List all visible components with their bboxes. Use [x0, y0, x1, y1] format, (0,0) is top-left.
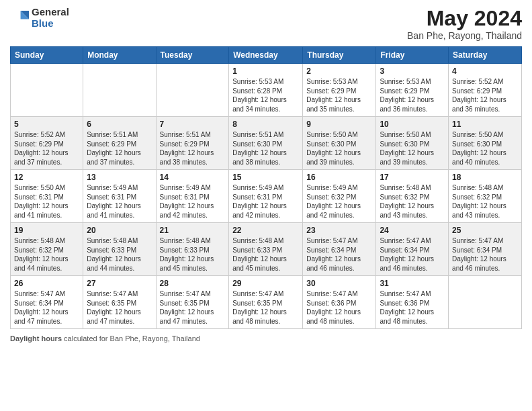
day-info: Sunrise: 5:47 AMSunset: 6:34 PMDaylight:…: [306, 236, 372, 273]
day-number: 31: [380, 279, 445, 288]
day-info: Sunrise: 5:49 AMSunset: 6:32 PMDaylight:…: [306, 183, 372, 220]
table-row: 30Sunrise: 5:47 AMSunset: 6:36 PMDayligh…: [303, 276, 376, 329]
table-row: 11Sunrise: 5:50 AMSunset: 6:30 PMDayligh…: [449, 117, 522, 170]
day-info: Sunrise: 5:50 AMSunset: 6:30 PMDaylight:…: [306, 130, 372, 167]
footer-label: Daylight hours: [10, 334, 62, 342]
day-number: 6: [87, 120, 152, 129]
table-row: 8Sunrise: 5:51 AMSunset: 6:30 PMDaylight…: [229, 117, 303, 170]
day-number: 14: [160, 173, 226, 182]
day-number: 3: [380, 66, 445, 76]
day-number: 2: [306, 66, 372, 76]
day-info: Sunrise: 5:47 AMSunset: 6:36 PMDaylight:…: [306, 289, 372, 326]
logo: General Blue: [10, 7, 69, 29]
table-row: [449, 276, 522, 329]
footer-note: Daylight hours calculated for Ban Phe, R…: [10, 334, 522, 342]
calendar: Sunday Monday Tuesday Wednesday Thursday…: [10, 46, 522, 329]
table-row: 17Sunrise: 5:48 AMSunset: 6:32 PMDayligh…: [376, 170, 449, 223]
table-row: 7Sunrise: 5:51 AMSunset: 6:29 PMDaylight…: [156, 117, 229, 170]
day-info: Sunrise: 5:47 AMSunset: 6:36 PMDaylight:…: [380, 289, 445, 326]
day-info: Sunrise: 5:51 AMSunset: 6:30 PMDaylight:…: [232, 130, 299, 167]
table-row: 23Sunrise: 5:47 AMSunset: 6:34 PMDayligh…: [303, 223, 376, 276]
day-info: Sunrise: 5:53 AMSunset: 6:28 PMDaylight:…: [232, 77, 299, 113]
col-thursday: Thursday: [303, 47, 376, 64]
table-row: 20Sunrise: 5:48 AMSunset: 6:33 PMDayligh…: [83, 223, 156, 276]
table-row: 13Sunrise: 5:49 AMSunset: 6:31 PMDayligh…: [83, 170, 156, 223]
day-number: 20: [87, 226, 152, 235]
day-number: 29: [232, 279, 299, 288]
day-number: 7: [160, 120, 226, 129]
table-row: 4Sunrise: 5:52 AMSunset: 6:29 PMDaylight…: [449, 64, 522, 117]
day-number: 23: [306, 226, 372, 235]
table-row: 10Sunrise: 5:50 AMSunset: 6:30 PMDayligh…: [376, 117, 449, 170]
table-row: 5Sunrise: 5:52 AMSunset: 6:29 PMDaylight…: [11, 117, 83, 170]
day-info: Sunrise: 5:49 AMSunset: 6:31 PMDaylight:…: [160, 183, 226, 220]
day-number: 26: [14, 279, 79, 288]
logo-text: General Blue: [32, 7, 69, 29]
day-info: Sunrise: 5:50 AMSunset: 6:30 PMDaylight:…: [380, 130, 445, 167]
table-row: 18Sunrise: 5:48 AMSunset: 6:32 PMDayligh…: [449, 170, 522, 223]
day-info: Sunrise: 5:47 AMSunset: 6:34 PMDaylight:…: [452, 236, 518, 273]
day-info: Sunrise: 5:48 AMSunset: 6:32 PMDaylight:…: [380, 183, 445, 220]
day-number: 19: [14, 226, 79, 235]
col-monday: Monday: [83, 47, 156, 64]
day-number: 18: [452, 173, 518, 182]
day-number: 8: [232, 120, 299, 129]
day-info: Sunrise: 5:47 AMSunset: 6:35 PMDaylight:…: [232, 289, 299, 326]
day-info: Sunrise: 5:52 AMSunset: 6:29 PMDaylight:…: [452, 77, 518, 113]
header: General Blue May 2024 Ban Phe, Rayong, T…: [10, 7, 522, 41]
day-info: Sunrise: 5:50 AMSunset: 6:31 PMDaylight:…: [14, 183, 79, 220]
day-number: 24: [380, 226, 445, 235]
day-number: 30: [306, 279, 372, 288]
day-number: 22: [232, 226, 299, 235]
table-row: 28Sunrise: 5:47 AMSunset: 6:35 PMDayligh…: [156, 276, 229, 329]
day-number: 5: [14, 120, 79, 129]
logo-icon: [10, 9, 29, 28]
table-row: 9Sunrise: 5:50 AMSunset: 6:30 PMDaylight…: [303, 117, 376, 170]
day-number: 16: [306, 173, 372, 182]
day-info: Sunrise: 5:49 AMSunset: 6:31 PMDaylight:…: [87, 183, 152, 220]
day-info: Sunrise: 5:49 AMSunset: 6:31 PMDaylight:…: [232, 183, 299, 220]
title-month: May 2024: [407, 7, 522, 30]
table-row: 1Sunrise: 5:53 AMSunset: 6:28 PMDaylight…: [229, 64, 303, 117]
day-number: 27: [87, 279, 152, 288]
table-row: 2Sunrise: 5:53 AMSunset: 6:29 PMDaylight…: [303, 64, 376, 117]
day-info: Sunrise: 5:47 AMSunset: 6:35 PMDaylight:…: [160, 289, 226, 326]
table-row: [83, 64, 156, 117]
table-row: 19Sunrise: 5:48 AMSunset: 6:32 PMDayligh…: [11, 223, 83, 276]
day-info: Sunrise: 5:48 AMSunset: 6:33 PMDaylight:…: [160, 236, 226, 273]
table-row: [156, 64, 229, 117]
table-row: 24Sunrise: 5:47 AMSunset: 6:34 PMDayligh…: [376, 223, 449, 276]
table-row: 31Sunrise: 5:47 AMSunset: 6:36 PMDayligh…: [376, 276, 449, 329]
day-number: 9: [306, 120, 372, 129]
day-number: 11: [452, 120, 518, 129]
table-row: 25Sunrise: 5:47 AMSunset: 6:34 PMDayligh…: [449, 223, 522, 276]
day-info: Sunrise: 5:52 AMSunset: 6:29 PMDaylight:…: [14, 130, 79, 167]
calendar-header-row: Sunday Monday Tuesday Wednesday Thursday…: [11, 47, 522, 64]
table-row: 6Sunrise: 5:51 AMSunset: 6:29 PMDaylight…: [83, 117, 156, 170]
table-row: 29Sunrise: 5:47 AMSunset: 6:35 PMDayligh…: [229, 276, 303, 329]
title-block: May 2024 Ban Phe, Rayong, Thailand: [407, 7, 522, 41]
table-row: [11, 64, 83, 117]
table-row: 12Sunrise: 5:50 AMSunset: 6:31 PMDayligh…: [11, 170, 83, 223]
page: General Blue May 2024 Ban Phe, Rayong, T…: [0, 0, 532, 411]
day-info: Sunrise: 5:53 AMSunset: 6:29 PMDaylight:…: [380, 77, 445, 113]
table-row: 3Sunrise: 5:53 AMSunset: 6:29 PMDaylight…: [376, 64, 449, 117]
table-row: 26Sunrise: 5:47 AMSunset: 6:34 PMDayligh…: [11, 276, 83, 329]
day-number: 10: [380, 120, 445, 129]
day-number: 4: [452, 66, 518, 76]
day-number: 15: [232, 173, 299, 182]
col-saturday: Saturday: [449, 47, 522, 64]
table-row: 22Sunrise: 5:48 AMSunset: 6:33 PMDayligh…: [229, 223, 303, 276]
day-number: 17: [380, 173, 445, 182]
day-info: Sunrise: 5:47 AMSunset: 6:34 PMDaylight:…: [380, 236, 445, 273]
day-info: Sunrise: 5:51 AMSunset: 6:29 PMDaylight:…: [160, 130, 226, 167]
footer-description: calculated for Ban Phe, Rayong, Thailand: [64, 334, 200, 342]
table-row: 15Sunrise: 5:49 AMSunset: 6:31 PMDayligh…: [229, 170, 303, 223]
day-number: 12: [14, 173, 79, 182]
table-row: 21Sunrise: 5:48 AMSunset: 6:33 PMDayligh…: [156, 223, 229, 276]
col-tuesday: Tuesday: [156, 47, 229, 64]
col-friday: Friday: [376, 47, 449, 64]
day-number: 28: [160, 279, 226, 288]
col-sunday: Sunday: [11, 47, 83, 64]
logo-general-text: General: [32, 7, 69, 18]
